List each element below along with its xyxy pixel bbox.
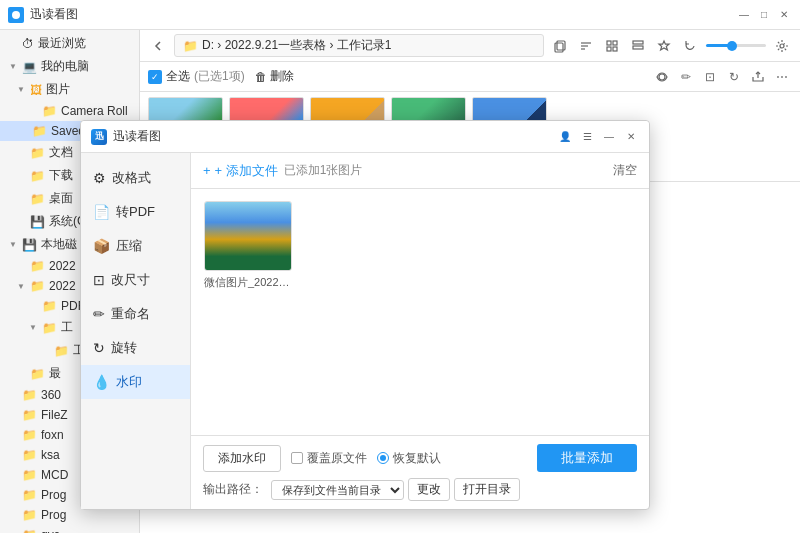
svg-rect-10 bbox=[633, 41, 643, 44]
expand-icon: ▼ bbox=[28, 323, 38, 332]
folder-icon-pdf: 📁 bbox=[42, 299, 57, 313]
watermark-icon: 💧 bbox=[93, 374, 110, 390]
refresh-button[interactable] bbox=[680, 36, 700, 56]
crop-button[interactable]: ⊡ bbox=[700, 67, 720, 87]
svg-rect-11 bbox=[633, 46, 643, 49]
close-button[interactable]: ✕ bbox=[776, 7, 792, 23]
cover-original-label: 覆盖原文件 bbox=[307, 450, 367, 467]
svg-rect-1 bbox=[555, 43, 563, 52]
plus-icon: + bbox=[203, 163, 211, 178]
menu-item-pdf[interactable]: 📄 转PDF bbox=[81, 195, 190, 229]
expand-icon: ▼ bbox=[16, 85, 26, 94]
change-path-button[interactable]: 更改 bbox=[408, 478, 450, 501]
clock-icon: ⏱ bbox=[22, 37, 34, 51]
folder-icon-work: 📁 bbox=[42, 321, 57, 335]
sidebar-item-mypc[interactable]: ▼ 💻 我的电脑 bbox=[0, 55, 139, 78]
more-button[interactable]: ⋯ bbox=[772, 67, 792, 87]
menu-label-resize: 改尺寸 bbox=[111, 271, 150, 289]
menu-label-pdf: 转PDF bbox=[116, 203, 155, 221]
rotate-button[interactable]: ↻ bbox=[724, 67, 744, 87]
svg-rect-2 bbox=[557, 41, 565, 50]
title-bar: 迅读看图 — □ ✕ bbox=[0, 0, 800, 30]
radio-circle bbox=[377, 452, 389, 464]
folder-icon-mcd: 📁 bbox=[22, 468, 37, 482]
dialog-close-button[interactable]: ✕ bbox=[623, 129, 639, 145]
maximize-button[interactable]: □ bbox=[756, 7, 772, 23]
copy-path-button[interactable] bbox=[550, 36, 570, 56]
cover-original-checkbox[interactable]: 覆盖原文件 bbox=[291, 450, 367, 467]
sidebar-label-desktop: 桌面 bbox=[49, 190, 73, 207]
share-button[interactable] bbox=[748, 67, 768, 87]
select-all-button[interactable]: ✓ 全选 (已选1项) bbox=[148, 68, 245, 85]
menu-item-format[interactable]: ⚙ 改格式 bbox=[81, 161, 190, 195]
list-view-button[interactable] bbox=[628, 36, 648, 56]
minimize-button[interactable]: — bbox=[736, 7, 752, 23]
folder-icon-subwork: 📁 bbox=[54, 344, 69, 358]
settings-button[interactable] bbox=[772, 36, 792, 56]
view-button[interactable] bbox=[652, 67, 672, 87]
sidebar-label-recent2: 最 bbox=[49, 365, 61, 382]
sidebar-label-foxn: foxn bbox=[41, 428, 64, 442]
add-watermark-button[interactable]: 添加水印 bbox=[203, 445, 281, 472]
menu-item-compress[interactable]: 📦 压缩 bbox=[81, 229, 190, 263]
sidebar-item-pictures[interactable]: ▼ 🖼 图片 bbox=[0, 78, 139, 101]
dialog-user-icon[interactable]: 👤 bbox=[557, 129, 573, 145]
output-path-select[interactable]: 保存到文件当前目录 bbox=[271, 480, 404, 500]
dialog-body: ⚙ 改格式 📄 转PDF 📦 压缩 ⊡ 改尺寸 ✏ 重命名 bbox=[81, 153, 649, 509]
grid-view-button[interactable] bbox=[602, 36, 622, 56]
sidebar-label-camera-roll: Camera Roll bbox=[61, 104, 128, 118]
edit-button[interactable]: ✏ bbox=[676, 67, 696, 87]
check-icon: ✓ bbox=[148, 70, 162, 84]
output-path-label: 输出路径： bbox=[203, 481, 263, 498]
open-dir-button[interactable]: 打开目录 bbox=[454, 478, 520, 501]
folder-icon-saved-pictures: 📁 bbox=[32, 124, 47, 138]
svg-rect-9 bbox=[613, 47, 617, 51]
dialog-minimize-button[interactable]: — bbox=[601, 129, 617, 145]
menu-item-rename[interactable]: ✏ 重命名 bbox=[81, 297, 190, 331]
action-bar: ✓ 全选 (已选1项) 🗑 删除 ✏ ⊡ ↻ bbox=[140, 62, 800, 92]
file-item[interactable]: 微信图片_20221024114... bbox=[203, 201, 293, 290]
dialog-menu-icon[interactable]: ☰ bbox=[579, 129, 595, 145]
breadcrumb[interactable]: 📁 D: › 2022.9.21一些表格 › 工作记录1 bbox=[174, 34, 544, 57]
folder-icon-downloads: 📁 bbox=[30, 169, 45, 183]
sidebar-label-downloads: 下载 bbox=[49, 167, 73, 184]
back-button[interactable] bbox=[148, 36, 168, 56]
menu-item-resize[interactable]: ⊡ 改尺寸 bbox=[81, 263, 190, 297]
sort-button[interactable] bbox=[576, 36, 596, 56]
trash-icon: 🗑 bbox=[255, 70, 267, 84]
app-title: 迅读看图 bbox=[30, 6, 78, 23]
dialog-bottom: 添加水印 覆盖原文件 恢复默认 批量添加 bbox=[191, 435, 649, 509]
menu-label-rotate: 旋转 bbox=[111, 339, 137, 357]
folder-breadcrumb-icon: 📁 bbox=[183, 39, 198, 53]
sidebar-label-qyc: qyc bbox=[41, 528, 60, 533]
sidebar-item-qyc[interactable]: 📁 qyc bbox=[0, 525, 139, 533]
dialog-app-icon: 迅 bbox=[91, 129, 107, 145]
sidebar-label-filez: FileZ bbox=[41, 408, 68, 422]
restore-default-radio[interactable]: 恢复默认 bbox=[377, 450, 441, 467]
add-file-button[interactable]: + + 添加文件 bbox=[203, 162, 278, 180]
menu-label-format: 改格式 bbox=[112, 169, 151, 187]
svg-rect-7 bbox=[613, 41, 617, 45]
add-file-bar: + + 添加文件 已添加1张图片 清空 bbox=[191, 153, 649, 189]
svg-rect-8 bbox=[607, 47, 611, 51]
menu-item-watermark[interactable]: 💧 水印 bbox=[81, 365, 190, 399]
svg-point-13 bbox=[659, 74, 665, 80]
bottom-row-1: 添加水印 覆盖原文件 恢复默认 批量添加 bbox=[203, 444, 637, 472]
sidebar-item-camera-roll[interactable]: 📁 Camera Roll bbox=[0, 101, 139, 121]
expand-icon: ▼ bbox=[8, 240, 18, 249]
zoom-slider[interactable] bbox=[706, 44, 766, 47]
breadcrumb-text: D: › 2022.9.21一些表格 › 工作记录1 bbox=[202, 37, 391, 54]
dialog-menu: ⚙ 改格式 📄 转PDF 📦 压缩 ⊡ 改尺寸 ✏ 重命名 bbox=[81, 153, 191, 509]
delete-button[interactable]: 🗑 删除 bbox=[255, 68, 294, 85]
sidebar-label-work: 工 bbox=[61, 319, 73, 336]
menu-item-rotate[interactable]: ↻ 旋转 bbox=[81, 331, 190, 365]
clear-button[interactable]: 清空 bbox=[613, 162, 637, 179]
computer-icon: 💻 bbox=[22, 60, 37, 74]
star-button[interactable] bbox=[654, 36, 674, 56]
sidebar-item-recent[interactable]: ⏱ 最近浏览 bbox=[0, 32, 139, 55]
pdf-icon: 📄 bbox=[93, 204, 110, 220]
batch-add-button[interactable]: 批量添加 bbox=[537, 444, 637, 472]
select-all-label: 全选 bbox=[166, 68, 190, 85]
sidebar-label-mcd: MCD bbox=[41, 468, 68, 482]
rotate-menu-icon: ↻ bbox=[93, 340, 105, 356]
